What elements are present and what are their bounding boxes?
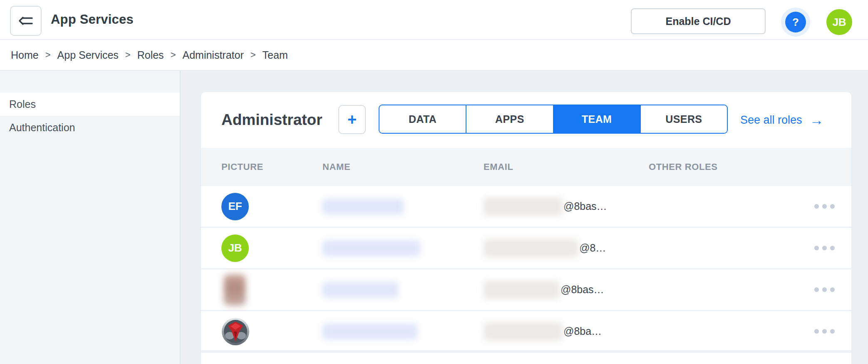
email-cell: @8bas… xyxy=(484,186,607,227)
dot-icon xyxy=(822,329,827,334)
picture-cell xyxy=(221,269,246,310)
name-cell xyxy=(322,228,420,268)
plus-icon: + xyxy=(347,112,357,127)
name-cell xyxy=(322,269,398,310)
dot-icon xyxy=(822,246,827,250)
tab-users[interactable]: USERS xyxy=(640,105,727,133)
column-header-picture: PICTURE xyxy=(221,148,263,186)
picture-cell xyxy=(221,311,250,352)
row-actions-button[interactable] xyxy=(806,186,842,227)
role-detail-card: Administrator + DATA APPS TEAM USERS See… xyxy=(201,92,851,364)
dot-icon xyxy=(814,246,819,250)
dot-icon xyxy=(822,287,827,292)
breadcrumb-item-roles[interactable]: Roles xyxy=(137,49,164,61)
name-cell xyxy=(322,311,417,352)
dot-icon xyxy=(830,329,835,334)
email-cell: @8… xyxy=(484,228,606,268)
email-domain-suffix: @8bas… xyxy=(563,200,607,212)
redacted-email xyxy=(484,322,563,341)
dot-icon xyxy=(830,246,835,250)
page-title: App Services xyxy=(51,0,134,39)
table-row: EF @8bas… xyxy=(201,186,851,228)
app-services-page: App Services Enable CI/CD ? JB Home > Ap… xyxy=(0,0,868,364)
picture-cell: JB xyxy=(221,228,249,268)
dot-icon xyxy=(822,204,827,209)
table-row: @8ba… xyxy=(201,311,851,353)
email-domain-suffix: @8ba… xyxy=(563,325,602,337)
tab-team[interactable]: TEAM xyxy=(553,105,640,133)
column-header-other-roles: OTHER ROLES xyxy=(649,148,718,186)
breadcrumb-item-administrator[interactable]: Administrator xyxy=(182,49,243,61)
tab-data[interactable]: DATA xyxy=(379,105,466,133)
redacted-name[interactable] xyxy=(322,240,420,256)
arrow-right-icon: → xyxy=(810,113,824,127)
tab-apps[interactable]: APPS xyxy=(466,105,553,133)
collapse-sidebar-icon xyxy=(17,12,35,30)
breadcrumb: Home > App Services > Roles > Administra… xyxy=(0,40,868,71)
row-actions-button[interactable] xyxy=(806,269,842,310)
role-title: Administrator xyxy=(221,92,322,148)
table-row: @8bas… xyxy=(201,269,851,311)
column-header-name: NAME xyxy=(322,148,350,186)
top-bar: App Services Enable CI/CD ? JB xyxy=(0,0,868,40)
sidebar-spacer xyxy=(0,71,180,92)
dot-icon xyxy=(814,204,819,209)
sidebar-item-roles[interactable]: Roles xyxy=(0,92,180,116)
row-actions-button[interactable] xyxy=(806,228,842,268)
member-avatar: EF xyxy=(221,193,249,220)
email-domain-suffix: @8… xyxy=(579,242,606,254)
email-domain-suffix: @8bas… xyxy=(560,284,604,296)
redacted-email xyxy=(484,239,578,257)
dot-icon xyxy=(830,287,835,292)
see-all-roles-link[interactable]: See all roles → xyxy=(740,92,824,148)
question-mark-icon: ? xyxy=(785,12,806,32)
team-table-header: PICTURE NAME EMAIL OTHER ROLES xyxy=(201,148,851,186)
breadcrumb-item-home[interactable]: Home xyxy=(11,49,39,61)
picture-cell: EF xyxy=(221,186,249,227)
role-tabs: DATA APPS TEAM USERS xyxy=(379,105,728,134)
breadcrumb-separator: > xyxy=(125,50,131,60)
redacted-name[interactable] xyxy=(322,282,398,298)
collapse-sidebar-button[interactable] xyxy=(10,6,42,36)
breadcrumb-separator: > xyxy=(171,50,176,60)
enable-cicd-button[interactable]: Enable CI/CD xyxy=(631,8,766,34)
email-cell: @8bas… xyxy=(484,269,604,310)
member-photo-blurred xyxy=(224,274,246,305)
help-button[interactable]: ? xyxy=(781,7,810,37)
dot-icon xyxy=(814,287,819,292)
email-cell: @8ba… xyxy=(484,311,602,352)
name-cell xyxy=(322,186,404,227)
breadcrumb-item-app-services[interactable]: App Services xyxy=(57,49,119,61)
role-card-header: Administrator + DATA APPS TEAM USERS See… xyxy=(201,92,851,148)
user-avatar[interactable]: JB xyxy=(826,9,852,35)
column-header-email: EMAIL xyxy=(484,148,513,186)
redacted-email xyxy=(484,281,560,299)
next-row-partial xyxy=(201,353,851,364)
member-emblem-avatar xyxy=(221,317,250,346)
redacted-name[interactable] xyxy=(322,199,404,214)
dot-icon xyxy=(814,329,819,334)
breadcrumb-item-team[interactable]: Team xyxy=(263,49,288,61)
dot-icon xyxy=(830,204,835,209)
breadcrumb-separator: > xyxy=(45,50,51,60)
sidebar-item-authentication[interactable]: Authentication xyxy=(0,116,180,139)
breadcrumb-separator: > xyxy=(250,50,256,60)
redacted-email xyxy=(484,197,563,216)
member-avatar: JB xyxy=(221,234,249,262)
settings-sidebar: Roles Authentication xyxy=(0,71,181,364)
redacted-name[interactable] xyxy=(322,324,417,339)
add-role-button[interactable]: + xyxy=(338,105,366,134)
table-row: JB @8… xyxy=(201,228,851,269)
row-actions-button[interactable] xyxy=(806,311,842,352)
see-all-roles-label: See all roles xyxy=(740,114,802,127)
